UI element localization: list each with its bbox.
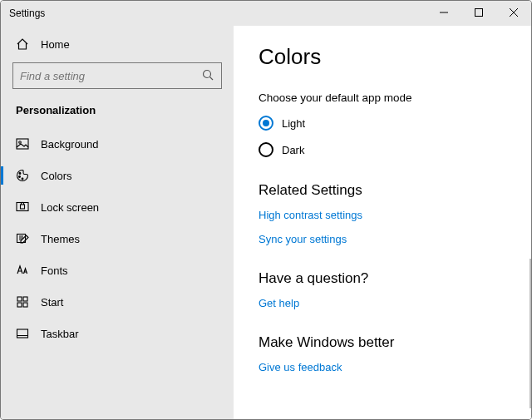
close-icon [510, 8, 518, 17]
themes-icon [16, 232, 29, 245]
svg-rect-15 [23, 297, 27, 301]
close-button[interactable] [496, 1, 531, 24]
radio-icon [259, 116, 273, 131]
svg-rect-16 [17, 303, 22, 307]
better-head: Make Windows better [259, 334, 506, 351]
fonts-icon [16, 264, 29, 277]
sidebar-category: Personalization [1, 104, 234, 128]
sidebar-item-label: Taskbar [41, 328, 79, 340]
search-icon [202, 69, 214, 83]
start-icon [16, 295, 29, 309]
colors-icon [16, 169, 29, 182]
sidebar-item-colors[interactable]: Colors [1, 160, 234, 191]
svg-rect-17 [23, 303, 27, 307]
radio-dark[interactable]: Dark [259, 142, 506, 157]
sidebar-item-label: Themes [41, 233, 80, 245]
question-head: Have a question? [259, 270, 506, 287]
sidebar-item-label: Fonts [41, 264, 68, 277]
svg-rect-18 [17, 329, 28, 338]
search-wrap [12, 62, 222, 89]
link-get-help[interactable]: Get help [259, 297, 506, 309]
background-icon [16, 137, 29, 151]
sidebar-item-lock-screen[interactable]: Lock screen [1, 191, 234, 223]
home-label: Home [41, 38, 70, 51]
radio-icon [259, 142, 273, 157]
svg-point-7 [19, 141, 22, 144]
svg-rect-11 [17, 203, 28, 211]
radio-light-label: Light [282, 117, 305, 130]
taskbar-icon [16, 327, 29, 340]
maximize-button[interactable] [461, 1, 496, 24]
page-title: Colors [259, 44, 506, 70]
content: Colors Choose your default app mode Ligh… [234, 26, 531, 419]
sidebar-item-background[interactable]: Background [1, 128, 234, 160]
radio-light[interactable]: Light [259, 116, 506, 131]
home-icon [16, 37, 29, 51]
sidebar-item-label: Start [41, 296, 63, 309]
sidebar: Home Personalization Background Colors [1, 26, 234, 419]
svg-rect-12 [21, 205, 25, 209]
svg-rect-14 [17, 297, 22, 301]
svg-point-10 [22, 178, 23, 180]
link-high-contrast[interactable]: High contrast settings [259, 209, 506, 221]
sidebar-item-taskbar[interactable]: Taskbar [1, 318, 234, 349]
sidebar-item-label: Background [41, 138, 98, 151]
minimize-button[interactable] [426, 1, 461, 24]
sidebar-item-fonts[interactable]: Fonts [1, 254, 234, 286]
svg-point-9 [19, 176, 21, 178]
link-feedback[interactable]: Give us feedback [259, 361, 506, 373]
related-settings-head: Related Settings [259, 182, 506, 199]
mode-prompt: Choose your default app mode [259, 91, 506, 104]
svg-point-4 [204, 71, 211, 78]
titlebar: Settings [1, 1, 531, 26]
sidebar-home[interactable]: Home [1, 26, 234, 62]
sidebar-item-themes[interactable]: Themes [1, 223, 234, 254]
svg-rect-6 [17, 139, 28, 149]
svg-line-5 [210, 77, 214, 81]
svg-point-8 [19, 173, 21, 175]
link-sync-settings[interactable]: Sync your settings [259, 233, 506, 245]
window-title: Settings [9, 1, 426, 26]
minimize-icon [440, 8, 448, 17]
svg-rect-1 [475, 9, 483, 17]
main-area: Home Personalization Background Colors [1, 26, 531, 419]
sidebar-item-label: Colors [41, 170, 72, 182]
search-input[interactable] [12, 62, 222, 89]
maximize-icon [475, 8, 483, 17]
radio-dark-label: Dark [282, 144, 304, 156]
sidebar-item-label: Lock screen [41, 201, 99, 214]
lock-screen-icon [16, 200, 29, 214]
sidebar-item-start[interactable]: Start [1, 286, 234, 318]
